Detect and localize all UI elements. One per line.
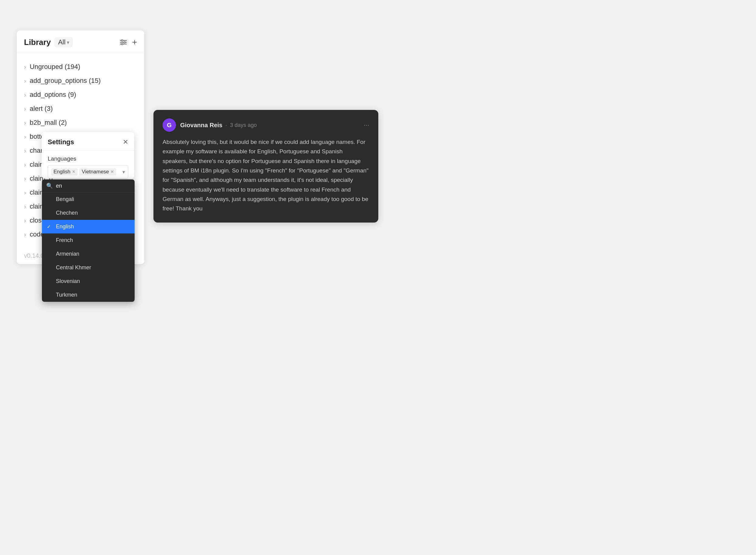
- language-dropdown: 🔍 Bengali Chechen ✓ English Frenc: [42, 179, 134, 302]
- chevron-right-icon: ›: [24, 91, 26, 98]
- tag-english-label: English: [53, 169, 71, 175]
- chevron-right-icon: ›: [24, 203, 26, 210]
- chevron-right-icon: ›: [24, 63, 26, 71]
- avatar: G: [163, 118, 176, 132]
- tag-english: English ×: [51, 168, 78, 175]
- dropdown-item-label: Armenian: [56, 251, 79, 257]
- dropdown-item-english[interactable]: ✓ English: [42, 220, 134, 233]
- chevron-right-icon: ›: [24, 189, 26, 196]
- dropdown-item-slovenian[interactable]: Slovenian: [42, 274, 134, 288]
- chevron-right-icon: ›: [24, 105, 26, 112]
- sidebar-item-label: alert (3): [30, 105, 53, 113]
- sidebar-item[interactable]: › b2b_mall (2): [17, 116, 144, 130]
- sidebar-item-label: Ungrouped (194): [30, 63, 80, 71]
- tag-vietnamese-remove[interactable]: ×: [111, 169, 114, 175]
- dropdown-search-input[interactable]: [56, 183, 130, 189]
- all-filter-label: All: [58, 38, 65, 46]
- chevron-right-icon: ›: [24, 77, 26, 84]
- check-icon: ✓: [47, 224, 52, 229]
- settings-modal: Settings ✕ Languages English × Vietnames…: [42, 132, 134, 178]
- dropdown-item-french[interactable]: French: [42, 233, 134, 247]
- comment-header: G Giovanna Reis · 3 days ago ···: [163, 118, 369, 132]
- dropdown-item-chechen[interactable]: Chechen: [42, 206, 134, 220]
- chevron-right-icon: ›: [24, 119, 26, 126]
- chevron-right-icon: ›: [24, 147, 26, 154]
- dropdown-item-label: Turkmen: [56, 292, 77, 298]
- author-info: Giovanna Reis · 3 days ago: [180, 122, 257, 129]
- author-dot: ·: [226, 122, 227, 128]
- panel-header-icons: +: [120, 37, 137, 47]
- dropdown-item-armenian[interactable]: Armenian: [42, 247, 134, 261]
- comment-menu-icon[interactable]: ···: [364, 121, 369, 129]
- chevron-right-icon: ›: [24, 217, 26, 224]
- panel-header: Library All ▾ +: [17, 30, 144, 53]
- sidebar-item-label: add_group_options (15): [30, 77, 101, 85]
- panel-header-left: Library All ▾: [24, 37, 73, 47]
- dropdown-item-label: Central Khmer: [56, 264, 91, 271]
- dropdown-item-central-khmer[interactable]: Central Khmer: [42, 261, 134, 274]
- chevron-right-icon: ›: [24, 161, 26, 168]
- chevron-right-icon: ›: [24, 231, 26, 238]
- dropdown-item-label: French: [56, 237, 73, 244]
- sidebar-item[interactable]: › add_options (9): [17, 88, 144, 102]
- svg-point-5: [121, 43, 123, 45]
- tag-vietnamese: Vietnamese ×: [79, 168, 116, 175]
- sidebar-item[interactable]: › alert (3): [17, 102, 144, 116]
- sidebar-item[interactable]: › add_group_options (15): [17, 74, 144, 88]
- sidebar-item[interactable]: › Ungrouped (194): [17, 60, 144, 74]
- dropdown-item-label: Chechen: [56, 210, 78, 216]
- dropdown-search-bar: 🔍: [42, 179, 134, 193]
- search-icon: 🔍: [46, 182, 53, 189]
- dropdown-item-bengali[interactable]: Bengali: [42, 193, 134, 206]
- svg-point-4: [124, 42, 125, 43]
- dropdown-item-turkmen[interactable]: Turkmen: [42, 288, 134, 302]
- modal-title: Settings: [48, 138, 74, 146]
- tag-vietnamese-label: Vietnamese: [82, 169, 109, 175]
- close-button[interactable]: ✕: [123, 138, 128, 146]
- panel-title: Library: [24, 38, 51, 47]
- filter-icon[interactable]: [120, 39, 127, 45]
- modal-body: Languages English × Vietnamese × ▾ 🔍 Ben…: [42, 151, 134, 178]
- all-filter-button[interactable]: All ▾: [54, 37, 73, 47]
- chevron-down-icon: ▾: [67, 39, 69, 45]
- author-name: Giovanna Reis: [180, 122, 223, 129]
- sidebar-item-label: add_options (9): [30, 91, 76, 99]
- comment-card: G Giovanna Reis · 3 days ago ··· Absolut…: [153, 110, 378, 222]
- chevron-right-icon: ›: [24, 175, 26, 182]
- chevron-down-icon: ▾: [122, 169, 125, 175]
- modal-header: Settings ✕: [42, 132, 134, 151]
- chevron-right-icon: ›: [24, 133, 26, 140]
- add-icon[interactable]: +: [132, 37, 137, 47]
- tag-english-remove[interactable]: ×: [72, 169, 75, 175]
- dropdown-item-label: Bengali: [56, 196, 74, 203]
- languages-label: Languages: [48, 156, 128, 162]
- author-time: 3 days ago: [230, 122, 257, 128]
- languages-tags-input[interactable]: English × Vietnamese × ▾ 🔍 Bengali: [48, 165, 128, 178]
- sidebar-item-label: b2b_mall (2): [30, 119, 67, 127]
- dropdown-item-label: Slovenian: [56, 278, 80, 285]
- items-count: [17, 53, 144, 60]
- comment-text: Absolutely loving this, but it would be …: [163, 137, 369, 213]
- svg-point-3: [121, 40, 123, 41]
- dropdown-item-label: English: [56, 223, 74, 230]
- comment-author: G Giovanna Reis · 3 days ago: [163, 118, 257, 132]
